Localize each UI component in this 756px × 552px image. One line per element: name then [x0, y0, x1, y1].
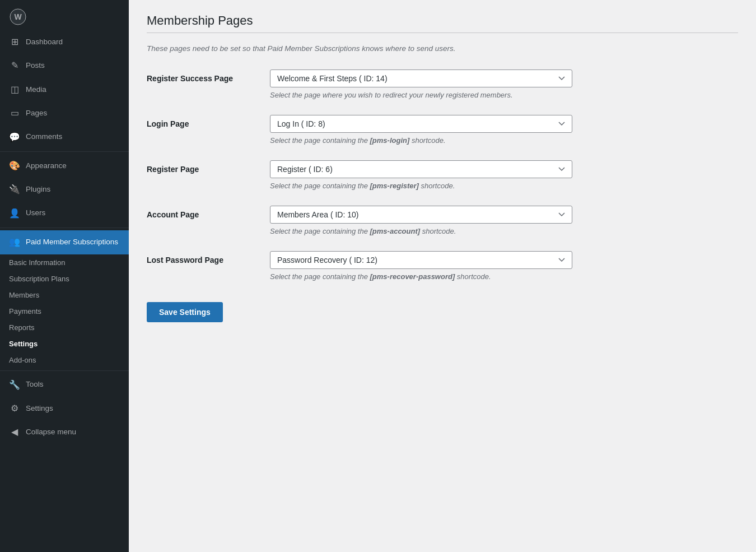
help-register-success: Select the page where you wish to redire…	[270, 91, 738, 99]
sidebar-item-dashboard[interactable]: ⊞ Dashboard	[0, 30, 129, 54]
help-register: Select the page containing the [pms-regi…	[270, 182, 738, 190]
media-icon: ◫	[9, 84, 20, 96]
page-title: Membership Pages	[147, 13, 738, 28]
sidebar-item-collapse[interactable]: ◀ Collapse menu	[0, 420, 129, 444]
svg-text:W: W	[14, 12, 22, 21]
form-row-lost-password: Lost Password Page Password Recovery ( I…	[147, 251, 738, 281]
sidebar-item-posts[interactable]: ✎ Posts	[0, 54, 129, 77]
sidebar-item-comments[interactable]: 💬 Comments	[0, 126, 129, 149]
submenu-settings[interactable]: Settings	[0, 336, 129, 352]
save-button-wrapper: Save Settings	[147, 296, 738, 322]
tools-icon: 🔧	[9, 379, 20, 391]
form-field-lost-password: Password Recovery ( ID: 12) Select the p…	[270, 251, 738, 281]
collapse-icon: ◀	[9, 426, 20, 438]
sidebar-item-label: Dashboard	[26, 37, 63, 48]
help-lost-prefix: Select the page containing the	[270, 272, 370, 281]
sidebar: W ⊞ Dashboard ✎ Posts ◫ Media ▭ Pages 💬 …	[0, 0, 129, 552]
users-icon: 👤	[9, 207, 20, 220]
select-register[interactable]: Register ( ID: 6)	[270, 160, 572, 178]
sidebar-item-label: Posts	[26, 61, 45, 71]
help-lost-code: [pms-recover-password]	[370, 272, 455, 281]
settings-icon: ⚙	[9, 402, 20, 415]
appearance-icon: 🎨	[9, 160, 20, 172]
form-label-lost-password: Lost Password Page	[147, 251, 270, 265]
save-button[interactable]: Save Settings	[147, 302, 223, 322]
sidebar-item-media[interactable]: ◫ Media	[0, 78, 129, 101]
page-divider	[147, 33, 738, 33]
select-register-success[interactable]: Welcome & First Steps ( ID: 14)	[270, 69, 572, 87]
submenu-subscription-plans[interactable]: Subscription Plans	[0, 271, 129, 287]
plugins-icon: 🔌	[9, 183, 20, 196]
paid-member-icon: 👥	[9, 236, 20, 248]
form-label-login: Login Page	[147, 115, 270, 128]
sidebar-item-label: Settings	[26, 403, 53, 414]
help-login-prefix: Select the page containing the	[270, 136, 370, 145]
sidebar-item-pages[interactable]: ▭ Pages	[0, 101, 129, 125]
sidebar-divider-1	[0, 151, 129, 152]
page-description: These pages need to be set so that Paid …	[147, 44, 738, 53]
select-account[interactable]: Members Area ( ID: 10)	[270, 206, 572, 224]
help-register-suffix: shortcode.	[419, 182, 455, 190]
submenu-basic-info[interactable]: Basic Information	[0, 254, 129, 271]
select-login[interactable]: Log In ( ID: 8)	[270, 115, 572, 133]
help-login-code: [pms-login]	[370, 136, 410, 145]
form-row-account: Account Page Members Area ( ID: 10) Sele…	[147, 206, 738, 235]
submenu-payments[interactable]: Payments	[0, 303, 129, 319]
sidebar-item-label: Paid Member Subscriptions	[26, 237, 118, 248]
form-field-login: Log In ( ID: 8) Select the page containi…	[270, 115, 738, 145]
sidebar-item-settings[interactable]: ⚙ Settings	[0, 397, 129, 420]
help-login-suffix: shortcode.	[409, 136, 445, 145]
form-row-register: Register Page Register ( ID: 6) Select t…	[147, 160, 738, 190]
form-label-account: Account Page	[147, 206, 270, 219]
form-label-register: Register Page	[147, 160, 270, 174]
help-account-code: [pms-account]	[370, 227, 421, 235]
sidebar-item-paid-member[interactable]: 👥 Paid Member Subscriptions	[0, 230, 129, 254]
pages-icon: ▭	[9, 107, 20, 119]
sidebar-item-label: Collapse menu	[26, 427, 76, 438]
sidebar-item-label: Appearance	[26, 161, 67, 171]
help-account-prefix: Select the page containing the	[270, 227, 370, 235]
help-register-prefix: Select the page containing the	[270, 182, 370, 190]
sidebar-divider-3	[0, 370, 129, 371]
comments-icon: 💬	[9, 131, 20, 143]
help-account: Select the page containing the [pms-acco…	[270, 227, 738, 235]
dashboard-icon: ⊞	[9, 36, 20, 48]
select-lost-password[interactable]: Password Recovery ( ID: 12)	[270, 251, 572, 269]
sidebar-divider-2	[0, 228, 129, 228]
form-field-account: Members Area ( ID: 10) Select the page c…	[270, 206, 738, 235]
main-content: Membership Pages These pages need to be …	[129, 0, 756, 552]
submenu-members[interactable]: Members	[0, 287, 129, 303]
sidebar-item-label: Users	[26, 208, 45, 219]
form-field-register-success: Welcome & First Steps ( ID: 14) Select t…	[270, 69, 738, 99]
sidebar-item-label: Tools	[26, 379, 44, 390]
form-row-register-success: Register Success Page Welcome & First St…	[147, 69, 738, 99]
sidebar-item-appearance[interactable]: 🎨 Appearance	[0, 154, 129, 178]
sidebar-item-tools[interactable]: 🔧 Tools	[0, 373, 129, 397]
sidebar-item-users[interactable]: 👤 Users	[0, 202, 129, 225]
submenu-reports[interactable]: Reports	[0, 319, 129, 336]
sidebar-item-label: Comments	[26, 132, 62, 142]
help-account-suffix: shortcode.	[420, 227, 456, 235]
posts-icon: ✎	[9, 59, 20, 72]
sidebar-item-label: Media	[26, 85, 46, 95]
submenu-add-ons[interactable]: Add-ons	[0, 352, 129, 368]
sidebar-item-label: Pages	[26, 108, 47, 119]
help-login: Select the page containing the [pms-logi…	[270, 136, 738, 145]
help-register-code: [pms-register]	[370, 182, 419, 190]
sidebar-item-plugins[interactable]: 🔌 Plugins	[0, 178, 129, 201]
form-row-login: Login Page Log In ( ID: 8) Select the pa…	[147, 115, 738, 145]
help-lost-password: Select the page containing the [pms-reco…	[270, 272, 738, 281]
form-label-register-success: Register Success Page	[147, 69, 270, 83]
sidebar-item-label: Plugins	[26, 184, 50, 195]
wp-logo: W	[0, 0, 129, 30]
help-lost-suffix: shortcode.	[455, 272, 491, 281]
form-field-register: Register ( ID: 6) Select the page contai…	[270, 160, 738, 190]
